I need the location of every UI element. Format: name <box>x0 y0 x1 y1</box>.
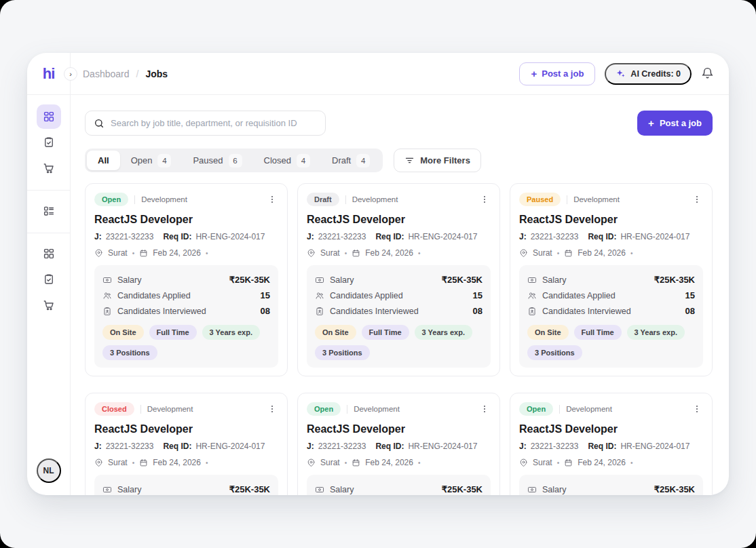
header-divider <box>347 405 347 414</box>
job-meta-row: J: 23221-32233 Req ID: HR-ENG-2024-017 <box>94 442 278 451</box>
search-row: + Post a job <box>85 111 713 136</box>
stat-label: Salary <box>330 275 354 285</box>
stat-label: Candidates Interviewed <box>330 307 419 316</box>
job-card[interactable]: Open Development ReactJS Developer J: 23… <box>510 393 713 495</box>
sidebar-item-dashboard[interactable] <box>37 104 61 129</box>
dot-separator: • <box>345 250 347 257</box>
stat-row-salary: Salary ₹25K-35K <box>315 272 483 288</box>
app-window: hi › Dashboard / Jobs + Post a job <box>27 53 729 495</box>
tab-draft[interactable]: Draft4 <box>321 151 381 170</box>
search-box <box>85 111 326 136</box>
kebab-icon <box>267 404 277 414</box>
req-id-label: Req ID: <box>375 232 404 241</box>
job-card[interactable]: Draft Development ReactJS Developer J: 2… <box>297 183 500 376</box>
tab-paused[interactable]: Paused6 <box>182 151 252 170</box>
sidebar-item-tasks-2[interactable] <box>37 267 61 292</box>
stat-label: Candidates Applied <box>117 291 191 300</box>
department-label: Development <box>573 195 620 203</box>
department-label: Development <box>147 405 193 413</box>
tab-all[interactable]: All <box>87 151 120 170</box>
stat-row-salary: Salary ₹25K-35K <box>527 272 695 288</box>
user-avatar[interactable]: NL <box>37 458 61 483</box>
req-id-label: Req ID: <box>163 232 191 241</box>
ai-credits-button[interactable]: AI Credits: 0 <box>605 63 692 85</box>
job-id-value: 23221-32233 <box>318 442 366 451</box>
job-id-label: J: <box>307 232 314 241</box>
shopping-cart-icon <box>43 162 55 174</box>
job-location-row: Surat • Feb 24, 2026 • <box>519 458 703 467</box>
kebab-icon <box>480 195 489 204</box>
kebab-icon <box>692 404 702 414</box>
stat-row-salary: Salary ₹25K-35K <box>102 272 270 288</box>
job-meta-row: J: 23221-32233 Req ID: HR-ENG-2024-017 <box>519 232 703 241</box>
job-tag: 3 Positions <box>315 345 370 360</box>
job-tag: 3 Years exp. <box>202 325 260 340</box>
job-id-value: 23221-32233 <box>531 442 579 451</box>
card-menu-button[interactable] <box>691 403 703 415</box>
tab-count-badge: 6 <box>229 154 242 168</box>
stat-value: 08 <box>685 306 695 316</box>
sidebar-item-list[interactable] <box>37 199 61 223</box>
job-card[interactable]: Paused Development ReactJS Developer J: … <box>510 183 713 376</box>
stat-row-salary: Salary ₹25K-35K <box>315 482 483 495</box>
job-stats-box: Salary ₹25K-35K Candidates Applied 15 Ca… <box>94 265 278 368</box>
post-job-button-primary[interactable]: + Post a job <box>637 111 713 136</box>
tab-open[interactable]: Open4 <box>120 151 183 170</box>
post-job-label: Post a job <box>542 68 584 79</box>
req-id-value: HR-ENG-2024-017 <box>620 232 689 241</box>
dot-separator: • <box>132 459 135 467</box>
interview-clipboard-icon <box>315 307 324 316</box>
notifications-button[interactable] <box>701 67 714 80</box>
sidebar-divider-2 <box>27 233 71 233</box>
breadcrumb-dashboard[interactable]: Dashboard <box>83 68 130 79</box>
stat-row-applied: Candidates Applied 15 <box>315 288 483 303</box>
clipboard-check-icon <box>43 273 55 286</box>
calendar-icon <box>352 458 360 467</box>
dot-separator: • <box>345 459 347 467</box>
search-input[interactable] <box>111 118 317 128</box>
card-menu-button[interactable] <box>266 193 278 206</box>
job-card[interactable]: Open Development ReactJS Developer J: 23… <box>297 393 500 495</box>
status-badge: Paused <box>519 193 561 206</box>
location-label: Surat <box>108 248 128 258</box>
top-bar: hi › Dashboard / Jobs + Post a job <box>27 53 729 95</box>
map-pin-icon <box>519 458 528 467</box>
status-badge: Open <box>94 193 128 206</box>
card-menu-button[interactable] <box>478 403 491 415</box>
stat-label: Candidates Applied <box>330 291 403 300</box>
job-id-value: 23221-32233 <box>106 232 154 241</box>
breadcrumb-separator: / <box>136 68 139 79</box>
sidebar-item-tasks[interactable] <box>37 130 61 155</box>
stat-label: Candidates Applied <box>542 291 616 300</box>
date-label: Feb 24, 2026 <box>365 248 413 258</box>
tab-label: Draft <box>332 155 351 165</box>
location-label: Surat <box>320 248 340 258</box>
card-menu-button[interactable] <box>691 193 703 206</box>
req-id-label: Req ID: <box>588 232 616 241</box>
post-job-button-header[interactable]: + Post a job <box>519 62 595 85</box>
sidebar-item-apps[interactable] <box>37 241 61 266</box>
calendar-icon <box>139 249 148 258</box>
more-filters-button[interactable]: More Filters <box>394 149 481 172</box>
header-divider <box>134 195 135 204</box>
stat-row-interviewed: Candidates Interviewed 08 <box>102 303 270 319</box>
job-card[interactable]: Open Development ReactJS Developer J: 23… <box>85 183 288 376</box>
card-menu-button[interactable] <box>478 193 491 206</box>
sidebar-item-cart-2[interactable] <box>37 293 61 317</box>
stat-value: 15 <box>261 290 270 300</box>
stat-value: ₹25K-35K <box>229 275 270 285</box>
location-label: Surat <box>533 248 552 258</box>
job-card[interactable]: Closed Development ReactJS Developer J: … <box>85 393 288 495</box>
dot-separator: • <box>418 459 421 467</box>
sidebar-collapse-button[interactable]: › <box>64 67 77 81</box>
card-menu-button[interactable] <box>266 403 278 415</box>
dot-separator: • <box>418 250 421 257</box>
job-meta-row: J: 23221-32233 Req ID: HR-ENG-2024-017 <box>307 232 491 241</box>
dot-separator: • <box>557 250 560 257</box>
sidebar-item-cart[interactable] <box>37 156 61 180</box>
header-divider <box>345 195 346 204</box>
plus-icon: + <box>531 68 537 79</box>
job-card-header: Open Development <box>307 402 491 416</box>
tab-closed[interactable]: Closed4 <box>253 151 321 170</box>
post-job-label: Post a job <box>660 118 702 128</box>
